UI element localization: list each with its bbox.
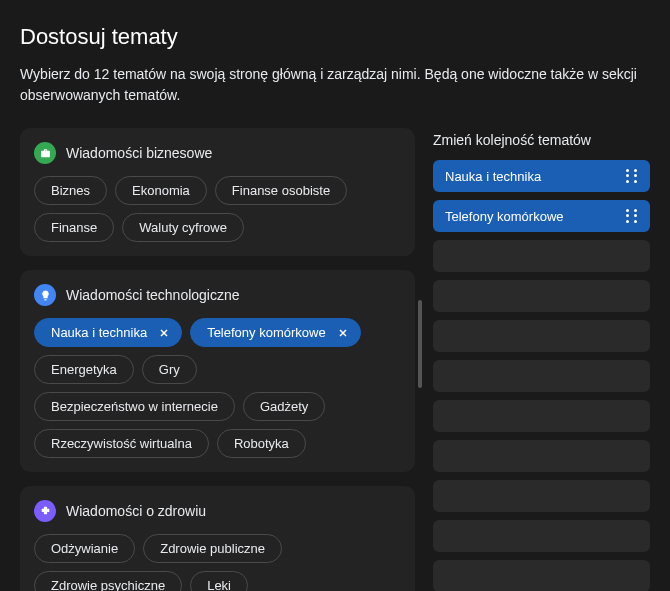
- chip-label: Robotyka: [234, 436, 289, 451]
- reorder-item[interactable]: Nauka i technika: [433, 160, 650, 192]
- page-title: Dostosuj tematy: [20, 24, 650, 50]
- topic-chip[interactable]: Finanse osobiste: [215, 176, 347, 205]
- chip-label: Finanse: [51, 220, 97, 235]
- topic-chip[interactable]: Odżywianie: [34, 534, 135, 563]
- chip-label: Bezpieczeństwo w internecie: [51, 399, 218, 414]
- reorder-item[interactable]: Telefony komórkowe: [433, 200, 650, 232]
- topic-chip[interactable]: Energetyka: [34, 355, 134, 384]
- chip-label: Gadżety: [260, 399, 308, 414]
- drag-handle-icon[interactable]: [626, 209, 640, 223]
- reorder-empty-slot: [433, 240, 650, 272]
- topic-chip[interactable]: Bezpieczeństwo w internecie: [34, 392, 235, 421]
- chip-row: Nauka i technikaTelefony komórkoweEnerge…: [34, 318, 401, 458]
- category-card-health: Wiadomości o zdrowiuOdżywianieZdrowie pu…: [20, 486, 415, 591]
- chip-row: OdżywianieZdrowie publiczneZdrowie psych…: [34, 534, 401, 591]
- chip-label: Finanse osobiste: [232, 183, 330, 198]
- topic-chip[interactable]: Nauka i technika: [34, 318, 182, 347]
- category-title: Wiadomości technologiczne: [66, 287, 240, 303]
- close-icon[interactable]: [336, 326, 350, 340]
- topic-chip[interactable]: Gry: [142, 355, 197, 384]
- close-icon[interactable]: [157, 326, 171, 340]
- reorder-title: Zmień kolejność tematów: [433, 128, 650, 148]
- chip-label: Zdrowie psychiczne: [51, 578, 165, 591]
- chip-label: Leki: [207, 578, 231, 591]
- lightbulb-icon: [34, 284, 56, 306]
- chip-label: Odżywianie: [51, 541, 118, 556]
- health-icon: [34, 500, 56, 522]
- category-title: Wiadomości o zdrowiu: [66, 503, 206, 519]
- chip-label: Gry: [159, 362, 180, 377]
- category-header: Wiadomości technologiczne: [34, 284, 401, 306]
- topic-chip[interactable]: Gadżety: [243, 392, 325, 421]
- topic-chip[interactable]: Zdrowie psychiczne: [34, 571, 182, 591]
- chip-label: Nauka i technika: [51, 325, 147, 340]
- chip-label: Zdrowie publiczne: [160, 541, 265, 556]
- topic-chip[interactable]: Zdrowie publiczne: [143, 534, 282, 563]
- chip-label: Rzeczywistość wirtualna: [51, 436, 192, 451]
- topic-chip[interactable]: Robotyka: [217, 429, 306, 458]
- topic-chip[interactable]: Finanse: [34, 213, 114, 242]
- reorder-empty-slot: [433, 280, 650, 312]
- page-subtitle: Wybierz do 12 tematów na swoją stronę gł…: [20, 64, 650, 106]
- topic-chip[interactable]: Biznes: [34, 176, 107, 205]
- topic-chip[interactable]: Ekonomia: [115, 176, 207, 205]
- topic-chip[interactable]: Waluty cyfrowe: [122, 213, 244, 242]
- category-card-business: Wiadomości biznesoweBiznesEkonomiaFinans…: [20, 128, 415, 256]
- reorder-empty-slot: [433, 400, 650, 432]
- category-title: Wiadomości biznesowe: [66, 145, 212, 161]
- topic-chip[interactable]: Telefony komórkowe: [190, 318, 361, 347]
- reorder-item-label: Nauka i technika: [445, 169, 541, 184]
- drag-handle-icon[interactable]: [626, 169, 640, 183]
- reorder-empty-slot: [433, 360, 650, 392]
- reorder-slots: Nauka i technikaTelefony komórkowe: [433, 160, 650, 591]
- chip-label: Telefony komórkowe: [207, 325, 326, 340]
- chip-label: Biznes: [51, 183, 90, 198]
- topic-chip[interactable]: Rzeczywistość wirtualna: [34, 429, 209, 458]
- briefcase-icon: [34, 142, 56, 164]
- reorder-item-label: Telefony komórkowe: [445, 209, 564, 224]
- categories-column: Wiadomości biznesoweBiznesEkonomiaFinans…: [20, 128, 415, 591]
- category-header: Wiadomości biznesowe: [34, 142, 401, 164]
- reorder-empty-slot: [433, 560, 650, 591]
- topic-chip[interactable]: Leki: [190, 571, 248, 591]
- chip-label: Waluty cyfrowe: [139, 220, 227, 235]
- category-card-tech: Wiadomości technologiczneNauka i technik…: [20, 270, 415, 472]
- chip-label: Energetyka: [51, 362, 117, 377]
- reorder-empty-slot: [433, 480, 650, 512]
- reorder-empty-slot: [433, 320, 650, 352]
- reorder-column: Zmień kolejność tematów Nauka i technika…: [433, 128, 650, 591]
- reorder-empty-slot: [433, 520, 650, 552]
- chip-label: Ekonomia: [132, 183, 190, 198]
- scrollbar-thumb[interactable]: [418, 300, 422, 388]
- chip-row: BiznesEkonomiaFinanse osobisteFinanseWal…: [34, 176, 401, 242]
- category-header: Wiadomości o zdrowiu: [34, 500, 401, 522]
- reorder-empty-slot: [433, 440, 650, 472]
